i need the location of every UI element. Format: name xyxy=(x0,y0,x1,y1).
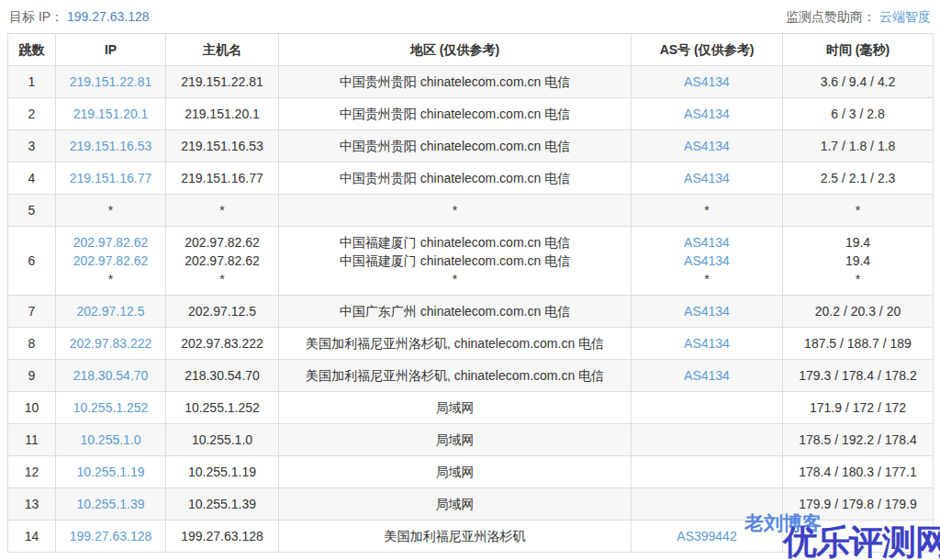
cell-text: 1.7 / 1.8 / 1.8 xyxy=(787,137,929,155)
ip-cell: 10.255.1.0 xyxy=(56,424,166,456)
ip-link[interactable]: 219.151.16.53 xyxy=(60,137,162,155)
cell-text: 9 xyxy=(12,366,51,385)
header-ip: IP xyxy=(56,34,166,66)
as-link[interactable]: AS4134 xyxy=(635,73,778,91)
cell-text: 中国贵州贵阳 chinatelecom.com.cn 电信 xyxy=(283,169,627,187)
time-cell: 2.5 / 2.1 / 2.3 xyxy=(783,162,934,195)
table-row: 7202.97.12.5202.97.12.5中国广东广州 chinatelec… xyxy=(8,296,934,328)
cell-text: 美国加利福尼亚州洛杉矶 xyxy=(283,527,627,545)
cell-text: 199.27.63.128 xyxy=(170,527,274,545)
cell-text: 202.97.12.5 xyxy=(170,302,274,320)
table-header: 跳数 IP 主机名 地区 (仅供参考) AS号 (仅供参考) 时间 (毫秒) xyxy=(8,34,934,66)
cell-text: 6 / 3 / 2.8 xyxy=(787,105,929,123)
cell-text: 8 xyxy=(12,334,51,353)
ip-link[interactable]: 10.255.1.0 xyxy=(60,431,162,449)
cell-text: 178.4 / 180.3 / 177.1 xyxy=(787,463,929,481)
cell-text: 4 xyxy=(12,169,51,187)
cell-text: 202.97.83.222 xyxy=(170,334,274,353)
ip-link[interactable]: 219.151.20.1 xyxy=(60,105,162,123)
header-region: 地区 (仅供参考) xyxy=(279,34,632,66)
cell-text: 187.5 / 188.7 / 189 xyxy=(787,334,929,353)
region-cell: 中国贵州贵阳 chinatelecom.com.cn 电信 xyxy=(279,130,632,162)
sponsor-link[interactable]: 云端智度 xyxy=(879,9,931,24)
cell-text: 19.4 xyxy=(787,233,929,252)
ip-link[interactable]: 202.97.83.222 xyxy=(60,334,162,353)
cell-text: 13 xyxy=(12,495,51,513)
ip-link[interactable]: 202.97.82.62 xyxy=(60,233,162,252)
as-cell: AS4134 xyxy=(632,360,783,392)
target-ip-label: 目标 IP： xyxy=(9,9,63,24)
host-cell: 199.27.63.128 xyxy=(166,521,279,553)
ip-link[interactable]: 199.27.63.128 xyxy=(60,527,162,545)
ip-link[interactable]: 10.255.1.252 xyxy=(60,398,162,417)
header-time: 时间 (毫秒) xyxy=(783,34,934,66)
ip-link[interactable]: 218.30.54.70 xyxy=(60,366,162,385)
table-row: 5***** xyxy=(8,195,934,227)
as-cell: AS4134AS4134* xyxy=(632,227,783,296)
as-cell: AS4134 xyxy=(632,296,783,328)
ip-cell: 202.97.12.5 xyxy=(56,296,166,328)
region-cell: 局域网 xyxy=(279,488,632,521)
region-cell: 中国贵州贵阳 chinatelecom.com.cn 电信 xyxy=(279,162,632,195)
region-cell: 中国福建厦门 chinatelecom.com.cn 电信中国福建厦门 chin… xyxy=(279,227,632,296)
hop-cell: 12 xyxy=(8,456,56,488)
table-row: 4219.151.16.77219.151.16.77中国贵州贵阳 chinat… xyxy=(8,162,934,195)
table-row: 1010.255.1.25210.255.1.252局域网 171.9 / 17… xyxy=(8,392,934,424)
cell-text: 中国贵州贵阳 chinatelecom.com.cn 电信 xyxy=(283,73,627,91)
ip-link[interactable]: 219.151.22.81 xyxy=(60,73,162,91)
header-asn: AS号 (仅供参考) xyxy=(632,34,783,66)
ip-cell: 219.151.20.1 xyxy=(56,98,166,130)
cell-text: 1 xyxy=(12,73,51,91)
region-cell: 局域网 xyxy=(279,424,632,456)
ip-link[interactable]: 219.151.16.77 xyxy=(60,169,162,187)
ip-link[interactable]: 202.97.82.62 xyxy=(60,252,162,270)
host-cell: 202.97.12.5 xyxy=(166,296,279,328)
cell-text: 10.255.1.0 xyxy=(170,431,274,449)
as-link[interactable]: AS4134 xyxy=(635,169,778,187)
as-link[interactable]: AS4134 xyxy=(635,252,778,270)
host-cell: 218.30.54.70 xyxy=(166,360,279,392)
as-link[interactable]: AS4134 xyxy=(635,366,778,385)
cell-text: 中国贵州贵阳 chinatelecom.com.cn 电信 xyxy=(283,137,627,155)
hop-cell: 11 xyxy=(8,424,56,456)
ip-link[interactable]: 10.255.1.39 xyxy=(60,495,162,513)
time-cell: 171.9 / 172 / 172 xyxy=(783,392,934,424)
cell-text: 6 xyxy=(12,252,51,270)
cell-text: 219.151.16.53 xyxy=(170,137,274,155)
as-cell xyxy=(632,456,783,488)
as-link[interactable]: AS4134 xyxy=(635,334,778,353)
hop-cell: 13 xyxy=(8,488,56,521)
region-cell: 美国加利福尼亚州洛杉矶, chinatelecom.com.cn 电信 xyxy=(279,360,632,392)
table-row: 8202.97.83.222202.97.83.222美国加利福尼亚州洛杉矶, … xyxy=(8,328,934,360)
host-cell: 202.97.82.62202.97.82.62* xyxy=(166,227,279,296)
ip-cell: 219.151.22.81 xyxy=(56,66,166,98)
host-cell: 10.255.1.0 xyxy=(166,424,279,456)
cell-text: 局域网 xyxy=(283,398,627,417)
cell-text: 美国加利福尼亚州洛杉矶, chinatelecom.com.cn 电信 xyxy=(283,334,627,353)
hop-cell: 8 xyxy=(8,328,56,360)
cell-text: 179.3 / 178.4 / 178.2 xyxy=(787,366,929,385)
cell-text: * xyxy=(787,201,929,219)
region-cell: 中国贵州贵阳 chinatelecom.com.cn 电信 xyxy=(279,98,632,130)
cell-text: 10.255.1.19 xyxy=(170,463,274,481)
sponsor-label: 监测点赞助商： xyxy=(786,9,876,24)
cell-text: * xyxy=(787,270,929,288)
as-link[interactable]: AS4134 xyxy=(635,137,778,155)
cell-text: 5 xyxy=(12,201,51,219)
as-cell xyxy=(632,424,783,456)
host-cell: 219.151.22.81 xyxy=(166,66,279,98)
as-link[interactable]: AS4134 xyxy=(635,233,778,252)
hop-cell: 4 xyxy=(8,162,56,195)
hop-cell: 14 xyxy=(8,521,56,553)
ip-link[interactable]: 202.97.12.5 xyxy=(60,302,162,320)
as-link[interactable]: AS4134 xyxy=(635,302,778,320)
host-cell: 10.255.1.39 xyxy=(166,488,279,521)
host-cell: 219.151.16.77 xyxy=(166,162,279,195)
host-cell: 219.151.16.53 xyxy=(166,130,279,162)
table-row: 3219.151.16.53219.151.16.53中国贵州贵阳 chinat… xyxy=(8,130,934,162)
as-link[interactable]: AS4134 xyxy=(635,105,778,123)
time-cell: * xyxy=(783,195,934,227)
time-cell: 178.5 / 192.2 / 178.4 xyxy=(783,424,934,456)
host-cell: 10.255.1.19 xyxy=(166,456,279,488)
ip-link[interactable]: 10.255.1.19 xyxy=(60,463,162,481)
